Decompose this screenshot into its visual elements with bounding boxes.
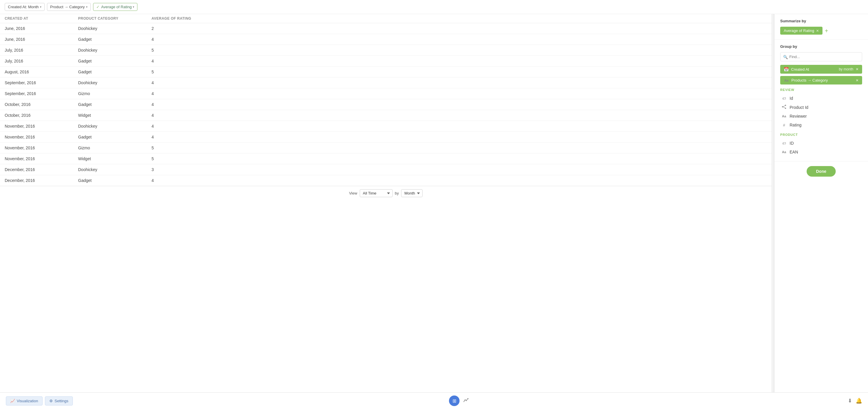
view-time-select[interactable]: All TimeLast 7 DaysLast 30 DaysLast 90 D… (360, 189, 393, 197)
chart-view-button[interactable] (461, 396, 471, 406)
table-row: September, 2016 Gizmo 4 (0, 88, 772, 99)
cell-empty (195, 167, 767, 172)
cell-category: Gadget (78, 59, 152, 63)
table-row: September, 2016 Doohickey 4 (0, 77, 772, 88)
summarize-title: Summarize by (780, 19, 862, 23)
group-by-title: Group by (780, 44, 862, 49)
bottom-bar-right: ⬇ 🔔 (848, 398, 862, 404)
col-header-product-category: Product Category (78, 16, 152, 21)
summarize-chip[interactable]: Average of Rating ✕ (780, 27, 823, 35)
view-by-row: View All TimeLast 7 DaysLast 30 DaysLast… (0, 186, 772, 200)
filter-chip-average-rating[interactable]: ✓ Average of Rating ▾ (93, 3, 138, 11)
summarize-row: Average of Rating ✕ + (780, 27, 862, 35)
field-item-ean[interactable]: Aa EAN (780, 147, 862, 157)
check-icon: ✓ (96, 5, 99, 9)
cell-date: August, 2016 (5, 70, 78, 74)
cell-empty (195, 135, 767, 139)
notification-button[interactable]: 🔔 (856, 398, 862, 404)
trend-icon (463, 397, 469, 404)
cell-value: 5 (152, 157, 195, 161)
group-chip-products-category-label: Products → Category (792, 78, 828, 82)
cell-empty (195, 102, 767, 107)
chevron-down-icon: ▾ (86, 5, 88, 8)
svg-line-3 (783, 106, 785, 107)
filter-bar: Created At: Month ▾ Product → Category ▾… (0, 0, 868, 14)
table-row: November, 2016 Gizmo 5 (0, 143, 772, 154)
view-label: View (349, 191, 358, 195)
filter-chip-product-category[interactable]: Product → Category ▾ (47, 3, 91, 11)
right-panel: Summarize by Average of Rating ✕ + Group… (774, 14, 868, 392)
aa-icon: Aa (784, 79, 789, 82)
table-row: July, 2016 Doohickey 5 (0, 45, 772, 56)
aa-icon-reviewer: Aa (781, 114, 787, 118)
cell-category: Doohickey (78, 48, 152, 53)
cell-category: Gadget (78, 37, 152, 42)
data-table: June, 2016 Doohickey 2 June, 2016 Gadget… (0, 23, 772, 186)
cell-empty (195, 70, 767, 74)
cell-category: Widget (78, 157, 152, 161)
cell-category: Gizmo (78, 91, 152, 96)
chart-line-icon: 📈 (10, 399, 15, 403)
cell-value: 4 (152, 135, 195, 139)
group-chip-created-at-right: by month ✕ (839, 67, 859, 71)
field-product-ID-label: ID (789, 141, 794, 145)
table-row: October, 2016 Gadget 4 (0, 99, 772, 110)
cell-empty (195, 113, 767, 118)
tag-icon: 🏷 (781, 96, 787, 101)
gear-icon: ⚙ (49, 399, 53, 403)
table-row: December, 2016 Gadget 4 (0, 175, 772, 186)
cell-date: October, 2016 (5, 113, 78, 118)
field-item-id[interactable]: 🏷 Id (780, 94, 862, 103)
group-chip-created-at-remove[interactable]: ✕ (856, 67, 859, 71)
calendar-icon: 📅 (784, 67, 789, 72)
settings-button[interactable]: ⚙ Settings (45, 397, 73, 406)
cell-value: 2 (152, 26, 195, 31)
table-row: June, 2016 Gadget 4 (0, 34, 772, 45)
download-button[interactable]: ⬇ (848, 398, 852, 404)
filter-chip-product-category-label: Product → Category (50, 5, 85, 9)
bottom-bar-center: ⊞ (449, 396, 471, 406)
product-category-label: PRODUCT (780, 133, 862, 136)
cell-value: 5 (152, 145, 195, 150)
cell-category: Doohickey (78, 124, 152, 129)
find-input[interactable] (780, 52, 862, 61)
view-by-select[interactable]: MonthWeekDayYear (401, 189, 423, 197)
field-item-product-ID[interactable]: 🏷 ID (780, 139, 862, 147)
col-header-created-at: Created At (5, 16, 78, 21)
table-row: October, 2016 Widget 4 (0, 110, 772, 121)
field-product-id-label: Product Id (789, 105, 808, 110)
cell-category: Doohickey (78, 26, 152, 31)
group-chip-products-category-remove[interactable]: ✕ (856, 78, 859, 82)
cell-category: Gadget (78, 102, 152, 107)
cell-empty (195, 124, 767, 129)
col-header-avg-rating: Average of Rating (152, 16, 195, 21)
group-chip-created-at[interactable]: 📅 Created At by month ✕ (780, 65, 862, 74)
done-button[interactable]: Done (807, 166, 836, 177)
table-row: July, 2016 Gadget 4 (0, 56, 772, 67)
group-chip-products-category[interactable]: Aa Products → Category ✕ (780, 76, 862, 84)
cell-date: December, 2016 (5, 167, 78, 172)
visualization-button[interactable]: 📈 Visualization (6, 397, 42, 406)
summarize-remove-icon[interactable]: ✕ (816, 29, 819, 33)
group-by-section: Group by 🔍 📅 Created At by month ✕ Aa (774, 40, 868, 161)
cell-value: 4 (152, 124, 195, 129)
visualization-label: Visualization (17, 399, 38, 403)
svg-point-2 (785, 108, 786, 109)
cell-date: November, 2016 (5, 124, 78, 129)
find-input-wrapper: 🔍 (780, 52, 862, 61)
table-view-button[interactable]: ⊞ (449, 396, 460, 406)
cell-date: November, 2016 (5, 157, 78, 161)
cell-value: 4 (152, 102, 195, 107)
panel-divider (772, 14, 774, 392)
field-item-reviewer[interactable]: Aa Reviewer (780, 112, 862, 121)
svg-point-1 (782, 106, 783, 107)
summarize-add-button[interactable]: + (825, 28, 828, 34)
cell-date: July, 2016 (5, 59, 78, 63)
download-icon: ⬇ (848, 398, 852, 404)
field-item-product-id[interactable]: Product Id (780, 103, 862, 112)
field-item-rating[interactable]: # Rating (780, 121, 862, 129)
group-chip-products-category-left: Aa Products → Category (784, 78, 828, 82)
filter-chip-created-at[interactable]: Created At: Month ▾ (5, 3, 44, 11)
cell-category: Doohickey (78, 167, 152, 172)
cell-category: Gadget (78, 70, 152, 74)
